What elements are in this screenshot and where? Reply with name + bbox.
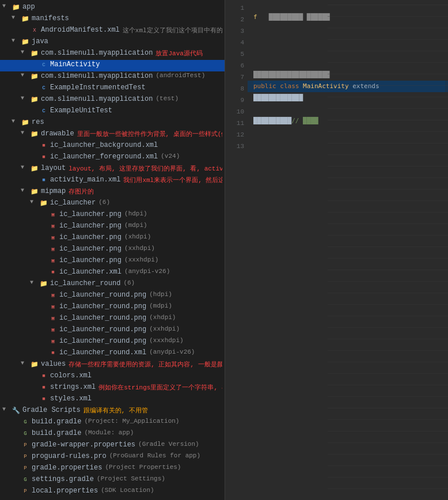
prop-icon: P (21, 487, 30, 496)
folder-icon: 📁 (30, 72, 39, 81)
tree-item-comment: 例如你在strings里面定义了一个字符串, 在程序中, 你就可以直接使用这里定… (98, 383, 222, 392)
tree-item-label: AndroidManifest.xml (41, 26, 120, 34)
tree-item-ic_xxxhdpi[interactable]: ▣ic_launcher.png(xxxhdpi) (0, 256, 225, 267)
tree-item-ic_r_xxxhdpi[interactable]: ▣ic_launcher_round.png(xxxhdpi) (0, 336, 225, 348)
tree-item-comment: (xxxhdpi) (149, 337, 183, 344)
tree-item-ic_r_xxhdpi[interactable]: ▣ic_launcher_round.png(xxhdpi) (0, 325, 225, 336)
xml-img-icon: ■ (39, 153, 48, 162)
tree-item-comment: (xxhdpi) (149, 325, 180, 332)
tree-item-build_project[interactable]: Gbuild.gradle(Project: My_Application) (0, 417, 225, 429)
tree-item-ic_r_anydpi[interactable]: ■ic_launcher_round.xml(anydpi-v26) (0, 348, 225, 359)
tree-item-exampleinstrumented[interactable]: CExampleInstrumentedTest (0, 83, 225, 94)
tree-item-ic_r_hdpi[interactable]: ▣ic_launcher_round.png(hdpi) (0, 290, 225, 302)
tree-item-comment: (SDK Location) (101, 487, 154, 494)
tree-item-java[interactable]: ▼📁java (0, 37, 225, 48)
folder-icon: 📁 (30, 360, 39, 369)
tree-item-comment: 跟编译有关的, 不用管 (83, 406, 148, 415)
tree-item-ic_hdpi[interactable]: ▣ic_launcher.png(hdpi) (0, 210, 225, 221)
tree-item-gradle_wrapper[interactable]: Pgradle-wrapper.properties(Gradle Versio… (0, 440, 225, 452)
tree-item-ic_round_folder[interactable]: ▼📁ic_launcher_round(6) (0, 279, 225, 290)
tree-item-ic_r_mdpi[interactable]: ▣ic_launcher_round.png(mdpi) (0, 302, 225, 313)
tree-item-values[interactable]: ▼📁values存储一些程序需要使用的资源, 正如其内容, 一般是颜色, 字符串… (0, 359, 225, 371)
tree-item-label: ic_launcher.png (59, 245, 122, 253)
line-number-9: 9 (225, 94, 248, 106)
tree-item-gradle_prop[interactable]: Pgradle.properties(Project Properties) (0, 463, 225, 475)
gradle-icon: G (21, 475, 30, 484)
tree-item-label: ic_launcher_round.png (59, 325, 146, 334)
tree-item-res[interactable]: ▼📁res (0, 118, 225, 129)
gradle-icon: G (21, 429, 30, 438)
tree-item-androidmanifest[interactable]: XAndroidManifest.xml这个xml定义了我们这个项目中有的东西(… (0, 25, 225, 37)
xml-icon: X (30, 26, 39, 35)
tree-item-exampleunit[interactable]: CExampleUnitTest (0, 106, 225, 118)
tree-item-label: ic_launcher_round.png (59, 302, 146, 310)
tree-item-com2[interactable]: ▼📁com.slimenull.myapplication(androidTes… (0, 71, 225, 83)
tree-item-comment: (mdpi) (149, 302, 172, 309)
folder-icon: 📁 (21, 118, 30, 127)
line-number-10: 10 (225, 106, 248, 118)
tree-item-label: app (22, 3, 35, 11)
tree-item-label: ic_launcher.png (59, 233, 122, 241)
tree-item-label: Gradle Scripts (22, 406, 81, 414)
editor-area: f█████████ ██████ ████████████████████ p… (248, 0, 448, 500)
folder-icon: 📁 (21, 14, 30, 24)
tree-item-label: activity_main.xml (50, 176, 120, 184)
tree-item-com3[interactable]: ▼📁com.slimenull.myapplication(test) (0, 94, 225, 106)
tree-item-ic_mdpi[interactable]: ▣ic_launcher.png(mdpi) (0, 221, 225, 233)
folder-icon: 📁 (39, 199, 48, 208)
tree-item-ic_launcher_bg[interactable]: ■ic_launcher_background.xml (0, 141, 225, 152)
tree-item-label: gradle-wrapper.properties (32, 441, 135, 449)
tree-item-comment: 存储一些程序需要使用的资源, 正如其内容, 一般是颜色, 字符串, 样式 (69, 360, 222, 369)
tree-item-activity_main[interactable]: ■activity_main.xml我们用xml来表示一个界面, 然后这个xml… (0, 175, 225, 187)
tree-item-ic_xhdpi[interactable]: ▣ic_launcher.png(xhdpi) (0, 233, 225, 244)
tree-item-layout[interactable]: ▼📁layoutlayout, 布局, 这里存放了我们的界面, 看, activ… (0, 164, 225, 175)
tree-item-comment: layout, 布局, 这里存放了我们的界面, 看, activity_main… (69, 164, 222, 173)
tree-item-comment: (Project Properties) (105, 464, 181, 471)
tree-item-drawable[interactable]: ▼📁drawable里面一般放一些被控件作为背景, 桌面的一些样式(例如shap… (0, 129, 225, 141)
main-layout: ▼📁app▼📁manifestsXAndroidManifest.xml这个xm… (0, 0, 448, 500)
tree-item-comment: (xxhdpi) (124, 245, 155, 252)
tree-item-ic_launcher_fg[interactable]: ■ic_launcher_foreground.xml(v24) (0, 152, 225, 164)
tree-item-label: ic_launcher.xml (59, 268, 122, 276)
java-icon: C (39, 60, 48, 70)
line-number-11: 11 (225, 118, 248, 129)
tree-item-local_prop[interactable]: Plocal.properties(SDK Location) (0, 486, 225, 498)
tree-arrow: ▼ (12, 14, 20, 21)
tree-item-com1[interactable]: ▼📁com.slimenull.myapplication放置Java源代码 (0, 48, 225, 60)
tree-item-settings_gradle[interactable]: Gsettings.gradle(Project Settings) (0, 475, 225, 486)
img-icon: ▣ (48, 222, 58, 231)
img-icon: ▣ (48, 233, 58, 243)
tree-item-ic_launcher_folder[interactable]: ▼📁ic_launcher(6) (0, 198, 225, 210)
tree-item-comment: 里面一般放一些被控件作为背景, 桌面的一些样式(例如shape), 以后会学到的 (77, 130, 222, 138)
xml-img-icon: ■ (39, 383, 48, 392)
tree-item-mipmap[interactable]: ▼📁mipmap存图片的 (0, 187, 225, 198)
tree-item-app[interactable]: ▼📁app (0, 2, 225, 14)
tree-item-label: manifests (32, 14, 69, 22)
img-icon: ▣ (48, 337, 58, 346)
tree-item-build_module[interactable]: Gbuild.gradle(Module: app) (0, 429, 225, 440)
tree-arrow: ▼ (12, 118, 20, 124)
img-icon: ▣ (48, 245, 58, 254)
tree-item-comment: (ProGuard Rules for app) (109, 452, 200, 459)
tree-arrow: ▼ (21, 72, 29, 78)
tree-item-ic_r_xhdpi[interactable]: ▣ic_launcher_round.png(xhdpi) (0, 313, 225, 325)
tree-item-proguard[interactable]: Pproguard-rules.pro(ProGuard Rules for a… (0, 452, 225, 463)
img-icon: ▣ (48, 302, 58, 312)
folder-icon: 📁 (39, 279, 48, 289)
tree-item-manifests[interactable]: ▼📁manifests (0, 14, 225, 25)
tree-item-comment: (mdpi) (124, 222, 147, 229)
tree-item-strings[interactable]: ■strings.xml例如你在strings里面定义了一个字符串, 在程序中,… (0, 382, 225, 394)
tree-item-label: ic_launcher.png (59, 210, 122, 218)
tree-item-colors[interactable]: ■colors.xml (0, 371, 225, 382)
xml-layout-icon: ■ (39, 176, 48, 185)
tree-item-ic_anydpi[interactable]: ■ic_launcher.xml(anydpi-v26) (0, 267, 225, 279)
tree-arrow: ▼ (21, 164, 29, 171)
tree-item-ic_xxhdpi[interactable]: ▣ic_launcher.png(xxhdpi) (0, 244, 225, 256)
tree-item-label: settings.gradle (32, 475, 94, 483)
tree-item-gradle_scripts[interactable]: ▼🔧Gradle Scripts跟编译有关的, 不用管 (0, 406, 225, 417)
tree-item-label: ic_launcher.png (59, 256, 122, 264)
line-number-8: 8 (225, 83, 248, 94)
tree-item-mainactivity[interactable]: CMainActivity (0, 60, 225, 71)
img-icon: ▣ (48, 210, 58, 219)
tree-item-styles[interactable]: ■styles.xml (0, 394, 225, 406)
